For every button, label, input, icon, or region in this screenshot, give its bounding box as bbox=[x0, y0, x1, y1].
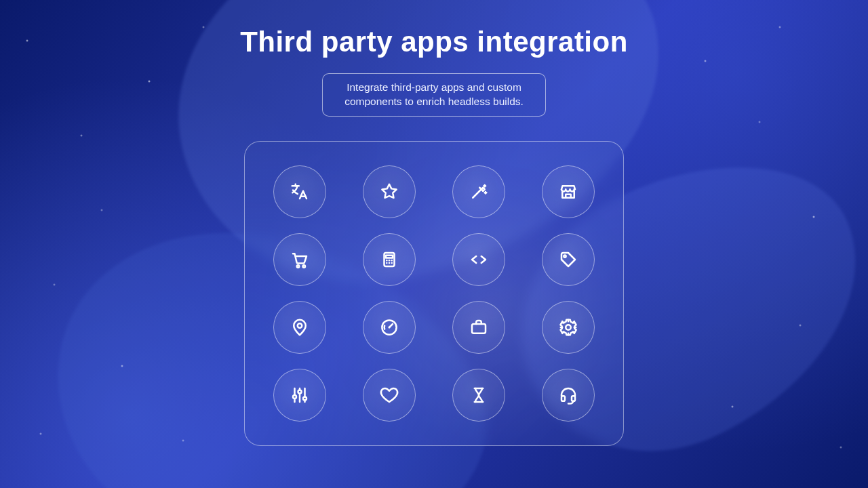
integration-code[interactable] bbox=[452, 233, 505, 286]
integration-briefcase[interactable] bbox=[452, 301, 505, 354]
svg-point-10 bbox=[298, 390, 302, 393]
map-pin-icon bbox=[290, 317, 310, 338]
translate-icon bbox=[290, 182, 310, 202]
integration-headset[interactable] bbox=[542, 369, 595, 422]
svg-point-9 bbox=[293, 395, 296, 399]
integration-sliders[interactable] bbox=[273, 369, 326, 422]
integration-translate[interactable] bbox=[273, 165, 326, 218]
svg-point-1 bbox=[303, 265, 306, 268]
tag-icon bbox=[558, 249, 578, 270]
svg-point-4 bbox=[298, 323, 302, 328]
page-title: Third party apps integration bbox=[240, 26, 628, 58]
integration-heart[interactable] bbox=[363, 369, 416, 422]
integration-magic-wand[interactable] bbox=[452, 165, 505, 218]
svg-rect-12 bbox=[561, 396, 565, 401]
magic-wand-icon bbox=[469, 182, 489, 202]
shopping-cart-icon bbox=[290, 249, 310, 270]
integration-shopping-cart[interactable] bbox=[273, 233, 326, 286]
hourglass-icon bbox=[469, 385, 489, 405]
svg-rect-7 bbox=[472, 324, 486, 333]
integration-hourglass[interactable] bbox=[452, 369, 505, 422]
integration-gear[interactable] bbox=[542, 301, 595, 354]
heart-icon bbox=[379, 385, 399, 405]
integration-map-pin[interactable] bbox=[273, 301, 326, 354]
headset-icon bbox=[558, 385, 578, 405]
integration-storefront[interactable] bbox=[542, 165, 595, 218]
calculator-icon bbox=[379, 249, 399, 270]
gear-icon bbox=[558, 317, 578, 338]
integrations-panel bbox=[244, 141, 624, 446]
briefcase-icon bbox=[469, 317, 489, 338]
integration-star[interactable] bbox=[363, 165, 416, 218]
svg-point-3 bbox=[564, 255, 566, 257]
integration-tag[interactable] bbox=[542, 233, 595, 286]
svg-point-8 bbox=[566, 325, 571, 330]
svg-point-6 bbox=[389, 326, 391, 328]
integration-calculator[interactable] bbox=[363, 233, 416, 286]
svg-point-11 bbox=[303, 396, 307, 400]
code-icon bbox=[469, 249, 489, 270]
integration-gauge[interactable] bbox=[363, 301, 416, 354]
storefront-icon bbox=[558, 182, 578, 202]
svg-point-0 bbox=[297, 265, 300, 268]
gauge-icon bbox=[379, 317, 399, 338]
star-icon bbox=[379, 182, 399, 202]
sliders-icon bbox=[290, 385, 310, 405]
page-subtitle: Integrate third-party apps and custom co… bbox=[322, 73, 546, 117]
